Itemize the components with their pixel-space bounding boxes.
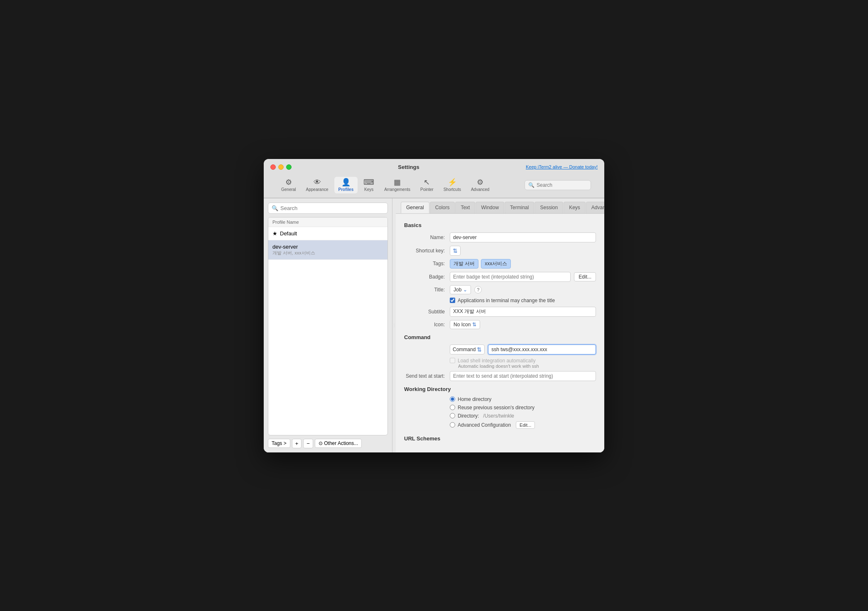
adv-config-radio[interactable] — [450, 422, 455, 428]
other-actions-button[interactable]: ⊙ Other Actions... — [315, 439, 362, 448]
subtitle-row: Subtitle — [404, 307, 596, 317]
radio-home: Home directory — [450, 396, 596, 402]
appearance-label: Appearance — [306, 187, 329, 192]
load-shell-row: Load shell integration automatically Aut… — [450, 358, 596, 369]
reuse-dir-label: Reuse previous session's directory — [458, 405, 535, 411]
command-spinner-icon: ⇅ — [477, 346, 482, 353]
keys-icon: ⌨ — [363, 178, 374, 186]
icon-select[interactable]: No Icon ⇅ — [450, 320, 480, 329]
stepper-icon: ⇅ — [453, 247, 458, 254]
pointer-label: Pointer — [420, 187, 434, 192]
working-dir-radio-group: Home directory Reuse previous session's … — [450, 396, 596, 429]
reuse-dir-radio[interactable] — [450, 405, 455, 410]
load-shell-checkbox[interactable] — [450, 358, 455, 363]
app-change-title-checkbox[interactable] — [450, 298, 455, 303]
shortcut-key-row: Shortcut key: ⇅ — [404, 246, 596, 256]
name-input[interactable] — [450, 232, 596, 242]
profiles-label: Profiles — [338, 187, 354, 192]
tab-general[interactable]: General — [401, 202, 429, 213]
add-profile-button[interactable]: + — [292, 439, 302, 448]
basics-section-title: Basics — [404, 222, 596, 228]
badge-input[interactable] — [450, 272, 571, 282]
title-help-button[interactable]: ? — [474, 286, 482, 293]
custom-dir-radio[interactable] — [450, 413, 455, 418]
minimize-button[interactable] — [278, 164, 284, 170]
default-profile-name: Default — [280, 230, 297, 237]
profile-list: Profile Name ★ Default dev-server 개발 서버,… — [268, 217, 388, 435]
arrangements-icon: ▦ — [394, 178, 401, 186]
pointer-icon: ↖ — [424, 178, 430, 186]
toolbar-appearance[interactable]: 👁 Appearance — [302, 177, 333, 193]
profile-list-header: Profile Name — [268, 218, 387, 227]
tab-keys[interactable]: Keys — [564, 202, 586, 213]
command-type-label: Command — [453, 347, 476, 352]
resize-handle[interactable]: ⋮ — [392, 198, 396, 452]
sidebar-search-bar[interactable]: 🔍 — [268, 203, 388, 214]
command-control: Command ⇅ — [450, 345, 596, 354]
profile-item-dev-server[interactable]: dev-server 개발 서버, xxx서비스 — [268, 240, 387, 260]
name-row: Name: — [404, 232, 596, 242]
command-row: Command ⇅ — [404, 345, 596, 354]
toolbar-search[interactable]: 🔍 — [525, 180, 591, 190]
tag-2[interactable]: xxx서비스 — [481, 259, 511, 269]
load-shell-label: Load shell integration automatically — [458, 358, 535, 364]
toolbar-pointer[interactable]: ↖ Pointer — [416, 177, 438, 193]
advanced-label: Advanced — [471, 187, 489, 192]
tab-window[interactable]: Window — [476, 202, 504, 213]
default-star-icon: ★ — [272, 230, 277, 237]
tab-text[interactable]: Text — [455, 202, 475, 213]
toolbar-keys[interactable]: ⌨ Keys — [359, 177, 378, 193]
tag-1[interactable]: 개발 서버 — [450, 259, 478, 269]
toolbar-arrangements[interactable]: ▦ Arrangements — [380, 177, 414, 193]
profiles-icon: 👤 — [341, 178, 351, 186]
appearance-icon: 👁 — [314, 178, 321, 186]
radio-directory: Directory: /Users/twinkle — [450, 413, 596, 419]
command-type-select[interactable]: Command ⇅ — [450, 345, 485, 354]
search-icon: 🔍 — [528, 182, 535, 188]
tab-terminal[interactable]: Terminal — [505, 202, 534, 213]
shortcut-key-select[interactable]: ⇅ — [450, 246, 461, 256]
radio-reuse: Reuse previous session's directory — [450, 405, 596, 411]
sidebar-search-icon: 🔍 — [272, 205, 278, 211]
app-change-title-label: Applications in terminal may change the … — [458, 298, 555, 303]
remove-profile-button[interactable]: − — [303, 439, 313, 448]
load-shell-check: Load shell integration automatically — [450, 358, 596, 364]
send-text-input[interactable] — [450, 371, 596, 381]
tab-advanced[interactable]: Advanced — [586, 202, 604, 213]
close-button[interactable] — [270, 164, 276, 170]
chevron-down-icon: ⌄ — [463, 287, 467, 293]
right-panel: General Colors Text Window Terminal Sess… — [396, 198, 604, 452]
tab-colors[interactable]: Colors — [430, 202, 455, 213]
settings-content: Basics Name: Shortcut key: ⇅ — [396, 214, 604, 452]
badge-label: Badge: — [404, 274, 450, 280]
subtitle-label: Subtitle — [404, 309, 450, 315]
toolbar-advanced[interactable]: ⚙ Advanced — [467, 177, 493, 193]
shortcuts-icon: ⚡ — [448, 178, 457, 186]
command-input[interactable] — [488, 345, 596, 354]
title-control: Job ⌄ ? — [450, 285, 596, 294]
title-row: Title: Job ⌄ ? — [404, 285, 596, 294]
toolbar-general[interactable]: ⚙ General — [277, 177, 300, 193]
custom-dir-label: Directory: — [458, 413, 479, 419]
tags-row: Tags: 개발 서버 xxx서비스 — [404, 259, 596, 269]
subtitle-input[interactable] — [450, 307, 596, 317]
subtitle-control — [450, 307, 596, 317]
adv-config-edit-button[interactable]: Edit... — [516, 421, 535, 429]
title-job-select[interactable]: Job ⌄ — [450, 285, 471, 294]
no-icon-label: No Icon — [454, 322, 471, 327]
home-dir-radio[interactable] — [450, 396, 455, 402]
shortcut-key-control: ⇅ — [450, 246, 596, 256]
sidebar: 🔍 Profile Name ★ Default dev-server 개발 서… — [264, 198, 392, 452]
profile-item-default[interactable]: ★ Default — [268, 227, 387, 240]
tags-label: Tags: — [404, 261, 450, 266]
search-input[interactable] — [537, 182, 587, 188]
donate-link[interactable]: Keep iTerm2 alive — Donate today! — [526, 164, 598, 169]
tags-button[interactable]: Tags > — [268, 439, 290, 448]
badge-edit-button[interactable]: Edit... — [574, 272, 596, 281]
badge-row: Badge: Edit... — [404, 272, 596, 282]
sidebar-search-input[interactable] — [280, 205, 384, 211]
toolbar-profiles[interactable]: 👤 Profiles — [334, 177, 358, 193]
toolbar-shortcuts[interactable]: ⚡ Shortcuts — [439, 177, 465, 193]
maximize-button[interactable] — [286, 164, 292, 170]
tab-session[interactable]: Session — [535, 202, 563, 213]
